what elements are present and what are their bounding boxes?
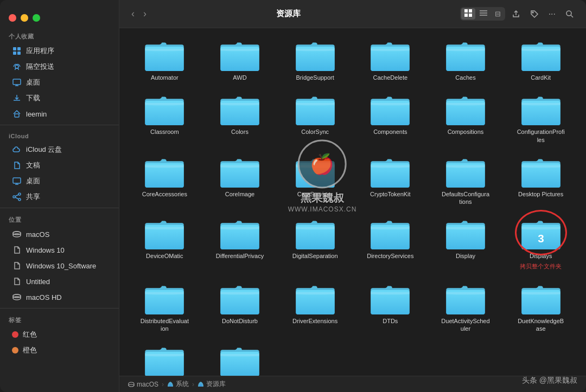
folder-duetknowledgebase[interactable]: DuetKnowledgeBase [504, 277, 577, 336]
folder-folder31[interactable] [128, 339, 201, 376]
folder-cryptotokenkit-label: CryptoTokenKit [370, 190, 411, 198]
folder-desktoppictures-icon [520, 153, 562, 188]
folder-donotdisturb-label: DoNotDisturb [222, 317, 258, 325]
macos-label: macOS [26, 230, 49, 239]
orange-tag-dot [12, 347, 18, 354]
locations-section-label: 位置 [0, 211, 119, 226]
path-sep-1: › [162, 381, 164, 388]
view-toggle: ⊟ [460, 7, 505, 21]
sidebar-item-desktop[interactable]: 桌面 [3, 75, 116, 90]
folder-donotdisturb[interactable]: DoNotDisturb [203, 277, 277, 336]
folder-folder31-icon [144, 342, 185, 376]
folder-automator-icon [144, 37, 185, 72]
svg-rect-2 [13, 52, 16, 55]
sidebar-item-tag-orange[interactable]: 橙色 [3, 343, 116, 358]
folder-duetactivityscheduler[interactable]: DuetActivityScheduler [429, 277, 502, 336]
folder-differentialprivacy[interactable]: DifferentialPrivacy [203, 212, 277, 273]
folder-defaultsconfigurations-label: DefaultsConfigurations [441, 190, 490, 206]
app-icon [12, 46, 22, 56]
folder-components-label: Components [373, 128, 407, 136]
folder-distributedevaluation[interactable]: DistributedEvaluation [128, 277, 201, 336]
airdrop-icon [12, 62, 22, 72]
share-button[interactable] [508, 8, 524, 21]
folder-classroom[interactable]: Classroom [128, 88, 201, 147]
path-macos[interactable]: macOS [128, 381, 158, 388]
sidebar-item-tag-red[interactable]: 红色 [3, 327, 116, 342]
airdrop-label: 隔空投送 [26, 62, 54, 72]
folder-dtds-icon [370, 280, 411, 315]
sidebar-item-win10[interactable]: Windows 10 [3, 242, 116, 258]
folder-differentialprivacy-label: DifferentialPrivacy [216, 252, 264, 260]
red-tag-label: 红色 [23, 330, 37, 339]
folder-cardkit[interactable]: CardKit [504, 34, 577, 85]
folder-driverextensions-icon [295, 280, 336, 315]
folder-folder32[interactable] [203, 339, 277, 376]
icloud-section-label: iCloud [0, 128, 119, 142]
folder-cryptotokenkit[interactable]: CryptoTokenKit [354, 150, 427, 209]
sidebar-item-apps[interactable]: 应用程序 [3, 43, 116, 59]
folder-colors[interactable]: Colors [203, 88, 277, 147]
folder-coreaccessories-icon [144, 153, 185, 188]
folder-desktoppictures[interactable]: Desktop Pictures [504, 150, 577, 209]
folder-coreservices[interactable]: CoreServices [278, 150, 352, 209]
untitled-disk-icon [12, 277, 22, 286]
folder-driverextensions[interactable]: DriverExtensions [278, 277, 352, 336]
sidebar-item-downloads[interactable]: 下载 [3, 91, 116, 106]
folder-colorsync[interactable]: ColorSync [278, 88, 352, 147]
desktop-label: 桌面 [26, 78, 40, 87]
sidebar-item-icloud-drive[interactable]: iCloud 云盘 [3, 142, 116, 157]
search-button[interactable] [562, 8, 577, 21]
folder-distributedevaluation-icon [144, 280, 185, 315]
folder-configurationprofiles[interactable]: ConfigurationProfiles [504, 88, 577, 147]
svg-point-10 [18, 198, 21, 201]
svg-rect-7 [13, 178, 21, 183]
folder-coreimage[interactable]: CoreImage [203, 150, 277, 209]
folder-classroom-label: Classroom [150, 128, 179, 136]
path-library[interactable]: 资源库 [198, 380, 226, 389]
path-bar: macOS › 系统 › 资源库 [119, 376, 586, 392]
folder-coreservices-icon [295, 153, 336, 188]
sidebar-item-documents[interactable]: 文稿 [3, 158, 116, 173]
minimize-button[interactable] [21, 14, 28, 22]
folder-caches[interactable]: Caches [429, 34, 502, 85]
folder-display[interactable]: Display [429, 212, 502, 273]
svg-point-25 [566, 11, 571, 16]
folder-bridgesupport[interactable]: BridgeSupport [278, 34, 352, 85]
sidebar-item-untitled[interactable]: Untitled [3, 274, 116, 289]
shared-label: 共享 [26, 192, 40, 202]
folder-components[interactable]: Components [354, 88, 427, 147]
win10-label: Windows 10 [26, 246, 65, 254]
grid-view-button[interactable] [461, 8, 475, 20]
close-button[interactable] [9, 14, 16, 22]
more-button[interactable]: ··· [545, 7, 559, 21]
folder-coreaccessories[interactable]: CoreAccessories [128, 150, 201, 209]
sidebar-item-airdrop[interactable]: 隔空投送 [3, 59, 116, 74]
column-view-button[interactable]: ⊟ [492, 8, 504, 20]
folder-automator-label: Automator [151, 74, 179, 81]
folder-deviceomatic[interactable]: DeviceOMatic [128, 212, 201, 273]
sidebar-item-icloud-desktop[interactable]: 桌面 [3, 173, 116, 189]
sidebar-item-macos[interactable]: macOS [3, 227, 116, 242]
folder-colors-label: Colors [231, 128, 249, 136]
tag-button[interactable] [527, 8, 542, 21]
sidebar-item-leemin[interactable]: leemin [3, 106, 116, 121]
apps-label: 应用程序 [26, 46, 54, 56]
folder-automator[interactable]: Automator [128, 34, 201, 85]
folder-duetactivityscheduler-icon [445, 280, 486, 315]
folder-directoryservices[interactable]: DirectoryServices [354, 212, 427, 273]
folder-awd[interactable]: AWD [203, 34, 277, 85]
maximize-button[interactable] [33, 14, 40, 22]
sidebar-item-win10-software[interactable]: Windows 10_Software [3, 258, 116, 273]
path-system[interactable]: 系统 [167, 380, 189, 389]
sidebar-item-shared[interactable]: 共享 [3, 189, 116, 204]
folder-dtds[interactable]: DTDs [354, 277, 427, 336]
folder-displays[interactable]: 3 Displays拷贝整个文件夹 [504, 212, 577, 273]
svg-rect-30 [200, 384, 202, 387]
folder-digitalseparation[interactable]: DigitalSeparation [278, 212, 352, 273]
folder-compositions[interactable]: Compositions [429, 88, 502, 147]
folder-cachedelete[interactable]: CacheDelete [354, 34, 427, 85]
list-view-button[interactable] [476, 8, 491, 20]
folder-defaultsconfigurations[interactable]: DefaultsConfigurations [429, 150, 502, 209]
folder-coreaccessories-label: CoreAccessories [142, 190, 187, 198]
sidebar-item-macos-hd[interactable]: macOS HD [3, 290, 116, 305]
